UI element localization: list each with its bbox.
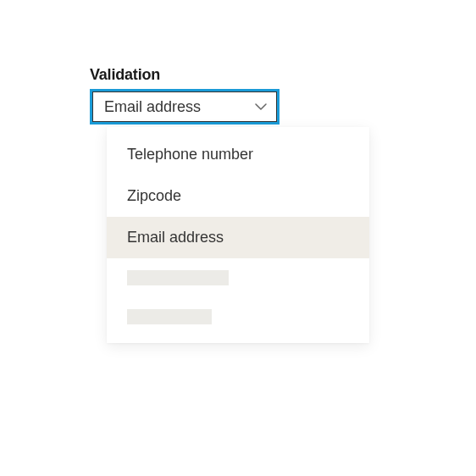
field-label: Validation — [90, 66, 369, 84]
validation-field: Validation Email address Telephone numbe… — [90, 66, 369, 125]
dropdown-option[interactable]: Email address — [107, 217, 369, 258]
skeleton-placeholder — [127, 270, 229, 285]
skeleton-placeholder — [127, 309, 212, 324]
dropdown-skeleton-item — [107, 258, 369, 297]
validation-select[interactable]: Email address — [90, 89, 280, 125]
select-value: Email address — [104, 98, 201, 116]
dropdown-option[interactable]: Telephone number — [107, 134, 369, 175]
chevron-down-icon — [255, 101, 267, 113]
dropdown-panel: Telephone number Zipcode Email address — [107, 127, 369, 343]
dropdown-option[interactable]: Zipcode — [107, 175, 369, 217]
dropdown-skeleton-item — [107, 297, 369, 336]
